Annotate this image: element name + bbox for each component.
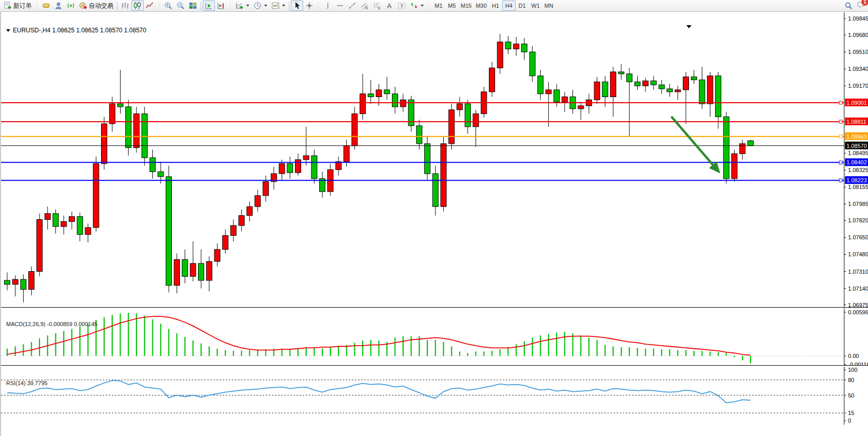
candle xyxy=(732,154,737,179)
line-handle[interactable] xyxy=(839,179,842,182)
chart-title-bar[interactable]: EURUSD-,H4 1.08625 1.08625 1.08570 1.085… xyxy=(6,27,146,34)
text-label-button[interactable]: T xyxy=(396,1,408,11)
timeframe-h4-button[interactable]: H4 xyxy=(502,1,516,11)
candle xyxy=(214,250,220,261)
price-tick-label: 1.08155 xyxy=(848,184,868,190)
toolbar-separator xyxy=(427,2,430,10)
svg-text:1.08663: 1.08663 xyxy=(846,134,867,140)
rsi-indicator-panel[interactable]: 1008050150 xyxy=(1,367,868,425)
line-chart-button[interactable] xyxy=(144,1,156,11)
vertical-line-button[interactable] xyxy=(322,1,334,11)
macd-indicator-panel[interactable]: 0.0059690.00-0.001184 xyxy=(1,308,868,366)
zoom-out-button[interactable] xyxy=(174,1,187,11)
candle xyxy=(748,141,754,146)
cursor-button[interactable] xyxy=(291,1,303,11)
zoom-in-button[interactable] xyxy=(162,1,174,11)
candle xyxy=(150,158,155,172)
text-button[interactable]: A xyxy=(383,1,396,11)
timeframe-w1-button[interactable]: W1 xyxy=(529,1,542,11)
line-handle[interactable] xyxy=(839,101,842,104)
candle xyxy=(12,279,18,285)
macd-tick-label: -0.001184 xyxy=(848,362,868,366)
timeframe-d1-button[interactable]: D1 xyxy=(516,1,529,11)
candle xyxy=(505,42,511,49)
tile-windows-button[interactable] xyxy=(187,1,199,11)
price-chart-panel[interactable]: 1.090011.088111.086631.085701.084021.082… xyxy=(1,12,868,308)
trendline-button[interactable] xyxy=(346,1,359,11)
chart-shift-button[interactable] xyxy=(215,1,227,11)
arrows-button[interactable] xyxy=(408,1,426,11)
candle xyxy=(247,206,252,215)
timeframe-m15-button[interactable]: M15 xyxy=(459,1,474,11)
toolbar-separator xyxy=(317,2,320,10)
profiles-button[interactable] xyxy=(52,1,65,11)
horizontal-line-button[interactable] xyxy=(334,1,346,11)
candlestick-chart-button[interactable] xyxy=(131,1,144,11)
candle xyxy=(683,77,689,90)
price-tick-label: 1.09170 xyxy=(848,83,868,89)
chevron-down-icon[interactable] xyxy=(246,5,249,7)
svg-text:F: F xyxy=(379,7,381,10)
periods-button[interactable] xyxy=(251,1,269,11)
bar-chart-button[interactable] xyxy=(119,1,131,11)
candle xyxy=(182,259,188,276)
indicators-button[interactable] xyxy=(233,1,251,11)
candle xyxy=(93,164,99,228)
candle xyxy=(400,100,406,107)
signals-button[interactable] xyxy=(65,1,77,11)
candle xyxy=(117,104,123,107)
chevron-down-icon[interactable] xyxy=(6,29,10,32)
candle xyxy=(441,144,446,206)
toolbar-separator xyxy=(229,2,232,10)
channel-button[interactable]: E xyxy=(359,1,371,11)
svg-text:1.08570: 1.08570 xyxy=(846,143,867,149)
candle xyxy=(619,72,624,74)
chart-shift-marker-icon[interactable] xyxy=(686,25,692,28)
candle xyxy=(303,156,309,160)
chart-title: EURUSD-,H4 1.08625 1.08625 1.08570 1.085… xyxy=(13,27,146,34)
timeframe-mn-button[interactable]: MN xyxy=(542,1,556,11)
candle xyxy=(699,80,705,104)
candle xyxy=(199,263,204,280)
timeframe-m5-button[interactable]: M5 xyxy=(445,1,459,11)
timeframe-m30-button[interactable]: M30 xyxy=(474,1,488,11)
templates-button[interactable] xyxy=(269,1,287,11)
svg-text:A: A xyxy=(387,2,392,10)
toolbar-separator xyxy=(289,2,289,10)
candle xyxy=(279,164,285,174)
candle xyxy=(546,90,551,94)
crosshair-button[interactable] xyxy=(303,1,315,11)
candle xyxy=(263,182,269,196)
timeframe-m1-button[interactable]: M1 xyxy=(432,1,445,11)
new-order-button[interactable]: 新订单 xyxy=(2,1,34,11)
line-handle[interactable] xyxy=(839,135,842,138)
candle xyxy=(594,82,600,100)
price-tick-label: 1.07985 xyxy=(848,201,868,207)
fibonacci-icon: F xyxy=(373,2,381,10)
line-handle[interactable] xyxy=(839,120,842,123)
market-watch-button[interactable] xyxy=(40,1,52,11)
fibonacci-button[interactable]: F xyxy=(371,1,383,11)
signals-icon xyxy=(67,2,75,10)
svg-text:1.08223: 1.08223 xyxy=(846,177,867,183)
chart-window: 1.090011.088111.086631.085701.084021.082… xyxy=(0,12,868,436)
price-tick-label: 1.09680 xyxy=(848,32,868,38)
auto-scroll-button[interactable] xyxy=(203,1,215,11)
toolbar-separator xyxy=(157,2,161,10)
chevron-down-icon[interactable] xyxy=(264,5,267,7)
timeframe-h1-button[interactable]: H1 xyxy=(489,1,502,11)
candle xyxy=(376,90,382,97)
chevron-down-icon[interactable] xyxy=(421,5,424,7)
rsi-tick-label: 100 xyxy=(848,367,857,373)
notification-badge[interactable]: 1 xyxy=(861,0,868,6)
search-icon[interactable] xyxy=(844,2,853,10)
line-handle[interactable] xyxy=(839,161,842,164)
autotrade-button[interactable]: 自动交易 xyxy=(77,1,115,11)
candle xyxy=(578,106,584,109)
candle xyxy=(497,42,503,68)
chevron-down-icon[interactable] xyxy=(282,5,285,7)
candle xyxy=(425,144,430,174)
toolbar-separator xyxy=(117,2,117,10)
candle xyxy=(85,228,91,235)
candle xyxy=(643,81,648,86)
